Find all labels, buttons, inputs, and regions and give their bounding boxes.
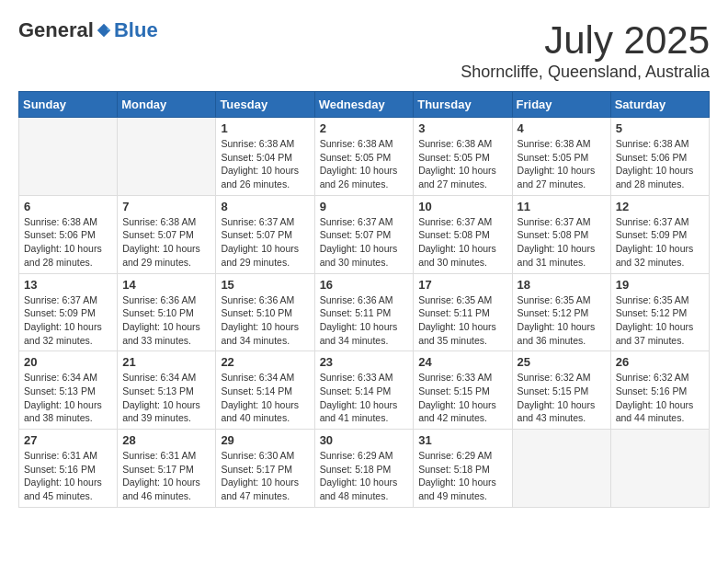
day-info: Sunrise: 6:37 AM Sunset: 5:07 PM Dayligh… [320,215,409,270]
calendar-cell: 10Sunrise: 6:37 AM Sunset: 5:08 PM Dayli… [414,195,512,273]
day-number: 18 [518,278,606,292]
calendar-cell: 7Sunrise: 6:38 AM Sunset: 5:07 PM Daylig… [118,195,216,273]
day-info: Sunrise: 6:38 AM Sunset: 5:06 PM Dayligh… [616,137,704,191]
day-info: Sunrise: 6:29 AM Sunset: 5:18 PM Dayligh… [320,449,409,503]
calendar-cell: 12Sunrise: 6:37 AM Sunset: 5:09 PM Dayli… [610,195,709,273]
day-number: 29 [221,433,309,447]
calendar-cell [610,430,709,508]
day-info: Sunrise: 6:38 AM Sunset: 5:05 PM Dayligh… [320,137,409,191]
calendar-table: SundayMondayTuesdayWednesdayThursdayFrid… [18,91,710,508]
day-number: 8 [221,200,309,213]
day-number: 17 [418,278,506,292]
calendar-cell: 5Sunrise: 6:38 AM Sunset: 5:06 PM Daylig… [610,118,709,196]
day-number: 10 [418,200,506,213]
calendar-cell [512,430,610,508]
calendar-cell: 2Sunrise: 6:38 AM Sunset: 5:05 PM Daylig… [314,118,414,196]
day-info: Sunrise: 6:37 AM Sunset: 5:08 PM Dayligh… [518,215,606,270]
weekday-header: Tuesday [216,92,314,118]
calendar-cell: 15Sunrise: 6:36 AM Sunset: 5:10 PM Dayli… [216,273,314,351]
day-info: Sunrise: 6:36 AM Sunset: 5:10 PM Dayligh… [221,293,309,348]
calendar-cell: 29Sunrise: 6:30 AM Sunset: 5:17 PM Dayli… [216,430,314,508]
day-number: 15 [221,278,309,292]
day-info: Sunrise: 6:37 AM Sunset: 5:09 PM Dayligh… [24,293,112,348]
day-info: Sunrise: 6:38 AM Sunset: 5:04 PM Dayligh… [221,137,309,191]
weekday-header: Friday [512,92,610,118]
weekday-header: Sunday [19,92,118,118]
day-info: Sunrise: 6:36 AM Sunset: 5:11 PM Dayligh… [320,293,409,348]
calendar-cell: 9Sunrise: 6:37 AM Sunset: 5:07 PM Daylig… [314,195,414,273]
day-info: Sunrise: 6:33 AM Sunset: 5:14 PM Dayligh… [320,371,409,425]
day-info: Sunrise: 6:37 AM Sunset: 5:08 PM Dayligh… [418,215,506,270]
day-number: 28 [122,433,210,447]
day-number: 22 [221,355,309,369]
calendar-cell: 25Sunrise: 6:32 AM Sunset: 5:15 PM Dayli… [512,351,610,430]
calendar-week-row: 13Sunrise: 6:37 AM Sunset: 5:09 PM Dayli… [19,273,710,351]
logo-icon [96,22,112,39]
page-header: General Blue July 2025 Shorncliffe, Quee… [18,18,710,82]
day-info: Sunrise: 6:38 AM Sunset: 5:06 PM Dayligh… [24,215,112,270]
day-number: 25 [518,355,606,369]
day-info: Sunrise: 6:37 AM Sunset: 5:07 PM Dayligh… [221,215,309,270]
day-number: 24 [418,355,506,369]
day-info: Sunrise: 6:29 AM Sunset: 5:18 PM Dayligh… [418,449,506,503]
calendar-cell: 27Sunrise: 6:31 AM Sunset: 5:16 PM Dayli… [19,430,118,508]
calendar-cell [118,118,216,196]
day-number: 4 [518,121,606,135]
weekday-header: Thursday [414,92,512,118]
day-number: 9 [320,200,409,213]
weekday-header: Monday [118,92,216,118]
day-number: 27 [24,433,112,447]
month-title: July 2025 [461,18,710,63]
day-number: 30 [320,433,409,447]
calendar-cell: 13Sunrise: 6:37 AM Sunset: 5:09 PM Dayli… [19,273,118,351]
logo: General Blue [18,18,158,42]
calendar-cell: 24Sunrise: 6:33 AM Sunset: 5:15 PM Dayli… [414,351,512,430]
weekday-header: Saturday [610,92,709,118]
calendar-cell: 28Sunrise: 6:31 AM Sunset: 5:17 PM Dayli… [118,430,216,508]
day-number: 31 [418,433,506,447]
day-info: Sunrise: 6:31 AM Sunset: 5:16 PM Dayligh… [24,449,112,503]
calendar-cell: 26Sunrise: 6:32 AM Sunset: 5:16 PM Dayli… [610,351,709,430]
calendar-cell: 19Sunrise: 6:35 AM Sunset: 5:12 PM Dayli… [610,273,709,351]
logo-blue-text: Blue [114,18,158,42]
calendar-cell: 31Sunrise: 6:29 AM Sunset: 5:18 PM Dayli… [414,430,512,508]
calendar-cell: 4Sunrise: 6:38 AM Sunset: 5:05 PM Daylig… [512,118,610,196]
weekday-header-row: SundayMondayTuesdayWednesdayThursdayFrid… [19,92,710,118]
day-number: 2 [320,121,409,135]
calendar-cell: 14Sunrise: 6:36 AM Sunset: 5:10 PM Dayli… [118,273,216,351]
day-number: 13 [24,278,112,292]
day-info: Sunrise: 6:36 AM Sunset: 5:10 PM Dayligh… [122,293,210,348]
day-info: Sunrise: 6:32 AM Sunset: 5:16 PM Dayligh… [616,371,704,425]
calendar-cell: 22Sunrise: 6:34 AM Sunset: 5:14 PM Dayli… [216,351,314,430]
logo-general-text: General [18,18,94,42]
day-info: Sunrise: 6:35 AM Sunset: 5:12 PM Dayligh… [616,293,704,348]
day-number: 6 [24,200,112,213]
calendar-cell: 1Sunrise: 6:38 AM Sunset: 5:04 PM Daylig… [216,118,314,196]
day-number: 3 [418,121,506,135]
day-info: Sunrise: 6:31 AM Sunset: 5:17 PM Dayligh… [122,449,210,503]
day-number: 19 [616,278,704,292]
day-number: 1 [221,121,309,135]
day-info: Sunrise: 6:33 AM Sunset: 5:15 PM Dayligh… [418,371,506,425]
weekday-header: Wednesday [314,92,414,118]
day-info: Sunrise: 6:34 AM Sunset: 5:14 PM Dayligh… [221,371,309,425]
calendar-cell: 6Sunrise: 6:38 AM Sunset: 5:06 PM Daylig… [19,195,118,273]
day-info: Sunrise: 6:34 AM Sunset: 5:13 PM Dayligh… [122,371,210,425]
day-info: Sunrise: 6:32 AM Sunset: 5:15 PM Dayligh… [518,371,606,425]
calendar-cell: 16Sunrise: 6:36 AM Sunset: 5:11 PM Dayli… [314,273,414,351]
day-info: Sunrise: 6:35 AM Sunset: 5:11 PM Dayligh… [418,293,506,348]
calendar-week-row: 1Sunrise: 6:38 AM Sunset: 5:04 PM Daylig… [19,118,710,196]
calendar-week-row: 20Sunrise: 6:34 AM Sunset: 5:13 PM Dayli… [19,351,710,430]
day-number: 12 [616,200,704,213]
calendar-cell [19,118,118,196]
day-info: Sunrise: 6:35 AM Sunset: 5:12 PM Dayligh… [518,293,606,348]
calendar-cell: 8Sunrise: 6:37 AM Sunset: 5:07 PM Daylig… [216,195,314,273]
day-info: Sunrise: 6:37 AM Sunset: 5:09 PM Dayligh… [616,215,704,270]
day-number: 11 [518,200,606,213]
day-number: 23 [320,355,409,369]
day-number: 21 [122,355,210,369]
day-info: Sunrise: 6:30 AM Sunset: 5:17 PM Dayligh… [221,449,309,503]
calendar-cell: 17Sunrise: 6:35 AM Sunset: 5:11 PM Dayli… [414,273,512,351]
day-info: Sunrise: 6:34 AM Sunset: 5:13 PM Dayligh… [24,371,112,425]
title-block: July 2025 Shorncliffe, Queensland, Austr… [461,18,710,82]
